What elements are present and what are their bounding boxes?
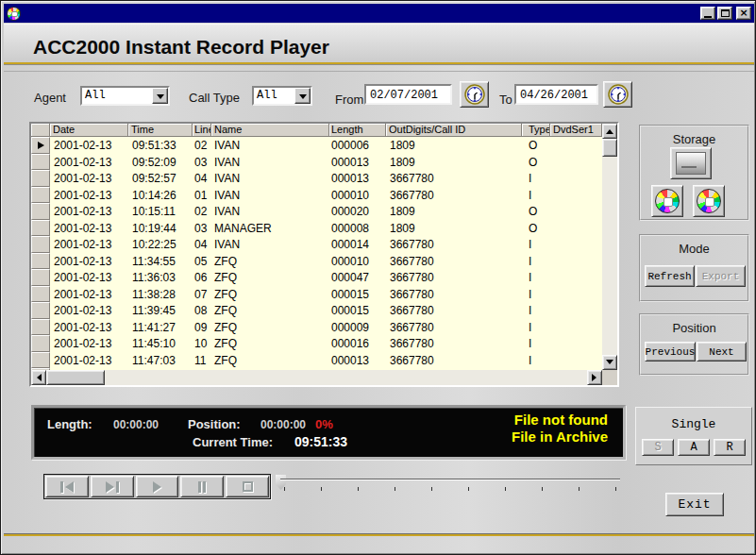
next-button[interactable]: Next	[697, 342, 747, 362]
table-cell: 3667780	[386, 236, 522, 253]
from-date-input[interactable]: 02/07/2001	[364, 84, 452, 105]
agent-dropdown-button[interactable]	[152, 88, 168, 104]
table-cell: 11	[193, 352, 211, 369]
row-selector[interactable]	[31, 236, 50, 253]
table-cell: 2001-02-13	[50, 335, 128, 352]
row-selector[interactable]	[31, 170, 50, 187]
single-a-button[interactable]: A	[678, 439, 710, 456]
table-row[interactable]: 2001-02-1311:38:2807ZFQ0000153667780I	[31, 286, 602, 303]
table-row[interactable]: 2001-02-1311:45:1010ZFQ0000163667780I	[31, 335, 602, 352]
app-window: × ACC2000 Instant Record Player Agent Al…	[0, 0, 756, 555]
table-row[interactable]: 2001-02-1311:34:5505ZFQ0000103667780I	[31, 253, 602, 270]
cd-storage-button-1[interactable]	[651, 185, 683, 217]
column-header-dvdser1[interactable]: DvdSer1	[550, 124, 602, 137]
to-date-picker-button[interactable]	[603, 81, 632, 108]
table-row[interactable]: 2001-02-1309:52:5704IVAN0000133667780I	[31, 170, 602, 187]
column-header-date[interactable]: Date	[50, 124, 128, 137]
row-selector[interactable]	[31, 302, 50, 319]
table-cell: 000008	[329, 220, 386, 237]
cd-icon	[655, 189, 680, 213]
table-cell: 1809	[386, 203, 522, 220]
table-row[interactable]: 2001-02-1310:14:2601IVAN0000103667780I	[31, 187, 602, 204]
table-cell: 1809	[386, 154, 522, 171]
table-row[interactable]: 2001-02-1311:39:4508ZFQ0000153667780I	[31, 302, 602, 319]
table-row[interactable]: 2001-02-1311:47:0311ZFQ0000133667780I	[31, 352, 602, 369]
maximize-button[interactable]	[717, 7, 732, 20]
table-cell	[550, 319, 602, 336]
skip-start-button[interactable]	[45, 476, 89, 497]
previous-button[interactable]: Previous	[645, 342, 696, 362]
table-cell: 2001-02-13	[50, 137, 128, 154]
exit-button[interactable]: Exit	[665, 493, 724, 516]
selector-column-header	[31, 124, 50, 137]
scroll-up-button[interactable]	[602, 124, 617, 139]
column-header-line[interactable]: Line	[193, 124, 211, 137]
table-row[interactable]: 2001-02-1309:52:0903IVAN0000131809O	[31, 154, 602, 171]
table-row[interactable]: 2001-02-1311:41:2709ZFQ0000093667780I	[31, 319, 602, 336]
row-selector[interactable]	[31, 286, 50, 303]
table-cell: O	[522, 137, 550, 154]
refresh-button[interactable]: Refresh	[645, 265, 695, 287]
column-header-name[interactable]: Name	[211, 124, 329, 137]
from-date-picker-button[interactable]	[460, 81, 489, 108]
row-selector[interactable]	[31, 269, 50, 286]
table-cell: 000013	[329, 170, 386, 187]
single-s-button[interactable]: S	[642, 439, 674, 456]
column-header-time[interactable]: Time	[128, 124, 193, 137]
to-date-input[interactable]: 04/26/2001	[514, 84, 598, 105]
horizontal-scrollbar[interactable]	[31, 370, 617, 385]
row-selector[interactable]	[31, 319, 50, 336]
table-row[interactable]: 2001-02-1310:22:2504IVAN0000143667780I	[31, 236, 602, 253]
row-selector[interactable]	[31, 220, 50, 237]
vertical-scrollbar[interactable]	[602, 124, 617, 370]
pause-button[interactable]	[180, 476, 224, 497]
row-selector[interactable]	[31, 335, 50, 352]
table-row[interactable]: 2001-02-1309:51:3302IVAN0000061809O	[31, 137, 602, 154]
close-button[interactable]: ×	[736, 7, 751, 20]
play-button[interactable]	[136, 476, 179, 497]
table-row[interactable]: 2001-02-1311:36:0306ZFQ0000473667780I	[31, 269, 602, 286]
table-cell: 07	[193, 286, 211, 303]
horizontal-scroll-thumb[interactable]	[46, 370, 105, 385]
row-selector[interactable]	[31, 154, 50, 171]
row-selector[interactable]	[31, 137, 50, 154]
vertical-scroll-thumb[interactable]	[602, 139, 617, 157]
call-type-select[interactable]: All	[252, 86, 312, 106]
seek-slider-track[interactable]	[280, 479, 620, 480]
records-table: DateTimeLineNameLengthOutDigits/Call IDT…	[29, 122, 619, 387]
row-selector[interactable]	[31, 352, 50, 369]
row-selector[interactable]	[31, 203, 50, 220]
export-button[interactable]: Export	[696, 265, 746, 287]
agent-select[interactable]: All	[80, 86, 170, 106]
skip-end-button[interactable]	[91, 476, 134, 497]
single-r-button[interactable]: R	[714, 439, 746, 456]
scroll-left-button[interactable]	[31, 370, 46, 385]
scroll-right-button[interactable]	[587, 370, 602, 385]
table-cell: 000013	[329, 154, 386, 171]
mode-group: Mode Refresh Export	[639, 234, 749, 302]
table-cell: 000009	[329, 319, 386, 336]
table-cell: ZFQ	[211, 302, 329, 319]
row-selector[interactable]	[31, 187, 50, 204]
column-header-length[interactable]: Length	[329, 124, 386, 137]
stop-button[interactable]	[226, 476, 269, 497]
length-label: Length:	[47, 417, 92, 431]
row-selector[interactable]	[31, 253, 50, 270]
table-cell: 000013	[329, 352, 386, 369]
drive-storage-button[interactable]	[670, 147, 712, 179]
table-row[interactable]: 2001-02-1310:15:1102IVAN0000201809O	[31, 203, 602, 220]
table-row[interactable]: 2001-02-1310:19:4403MANAGER0000081809O	[31, 220, 602, 237]
table-cell: 1809	[386, 220, 522, 237]
gold-divider	[4, 534, 754, 536]
table-cell	[550, 302, 602, 319]
minimize-button[interactable]	[700, 7, 715, 20]
column-header-type[interactable]: Type	[522, 124, 550, 137]
title-bar[interactable]: ×	[4, 4, 754, 23]
column-header-outdigits-call-id[interactable]: OutDigits/Call ID	[386, 124, 522, 137]
table-cell: 3667780	[386, 253, 522, 270]
scroll-down-button[interactable]	[602, 355, 617, 370]
cd-storage-button-2[interactable]	[693, 185, 725, 217]
call-type-dropdown-button[interactable]	[294, 88, 311, 104]
table-cell: ZFQ	[211, 319, 329, 336]
table-cell: I	[522, 236, 550, 253]
